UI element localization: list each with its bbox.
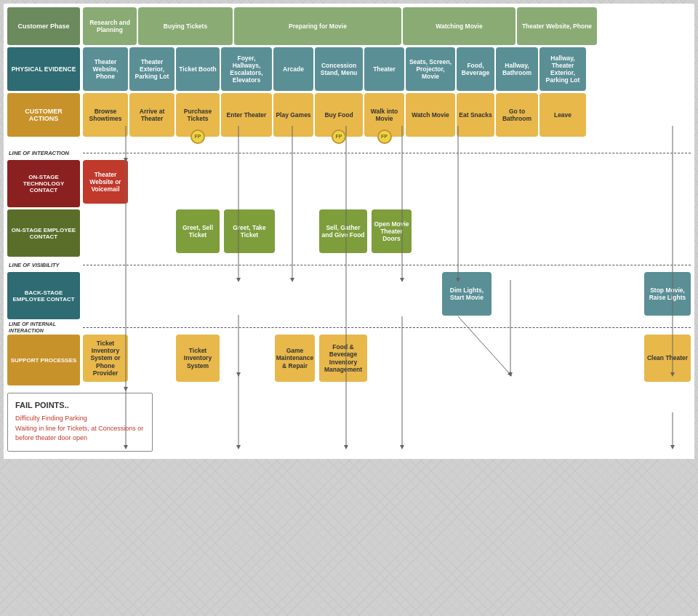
legend-box: FAIL POINTS.. Difficulty Finding Parking… <box>7 393 153 452</box>
action-walk: Walk into Movie FP <box>364 93 404 137</box>
evidence-booth: Ticket Booth <box>176 47 220 91</box>
customer-actions-label: CUSTOMER ACTIONS <box>7 93 80 137</box>
evidence-food: Food, Beverage <box>457 47 494 91</box>
action-eat: Eat Snacks <box>457 93 494 137</box>
support-ticket-inventory: Ticket Inventory System or Phone Provide… <box>83 335 128 382</box>
line-of-internal-label: LINE OF INTERNAL INTERACTION <box>7 321 83 334</box>
line-of-visibility-label: LINE OF VISIBILITY <box>7 262 83 268</box>
evidence-hallway: Hallway, Bathroom <box>496 47 538 91</box>
line-of-interaction: LINE OF INTERACTION <box>7 147 691 159</box>
action-bathroom: Go to Bathroom <box>496 93 538 137</box>
backstage-stop-movie: Stop Movie, Raise Lights <box>644 272 691 316</box>
action-browse: Browse Showtimes <box>83 93 128 137</box>
action-watch: Watch Movie <box>406 93 455 137</box>
customer-actions-row: CUSTOMER ACTIONS Browse Showtimes Arrive… <box>7 93 691 137</box>
evidence-arcade: Arcade <box>273 47 313 91</box>
action-leave: Leave <box>539 93 586 137</box>
support-clean-theater: Clean Theater <box>644 335 691 382</box>
support-food-beverage: Food & Beverage Inventory Management <box>319 335 367 382</box>
employee-greet-sell: Greet, Sell Ticket <box>176 209 220 253</box>
support-row: SUPPORT PROCESSES Ticket Inventory Syste… <box>7 335 691 385</box>
line-of-interaction-label: LINE OF INTERACTION <box>7 150 83 156</box>
action-arrive: Arrive at Theater <box>129 93 174 137</box>
backstage-label: BACK-STAGE EMPLOYEE CONTACT <box>7 272 80 319</box>
action-enter: Enter Theater <box>221 93 272 137</box>
phase-research: Research and Planning <box>83 7 137 45</box>
fp-badge-purchase: FP <box>190 129 205 144</box>
employee-greet-take: Greet, Take Ticket <box>224 209 275 253</box>
evidence-exterior: Theater Exterior, Parking Lot <box>129 47 174 91</box>
support-game-maintenance: Game Maintenance & Repair <box>275 335 315 382</box>
tech-website: Theater Website or Voicemail <box>83 160 128 204</box>
evidence-foyer: Foyer, Hallways, Escalators, Elevators <box>221 47 272 91</box>
evidence-concession: Concession Stand, Menu <box>315 47 363 91</box>
support-label: SUPPORT PROCESSES <box>7 335 80 385</box>
visibility-divider <box>83 265 691 265</box>
line-of-internal-interaction: LINE OF INTERNAL INTERACTION <box>7 321 691 333</box>
action-buy-food: Buy Food FP <box>315 93 363 137</box>
evidence-seats: Seats, Screen, Projector, Movie <box>406 47 455 91</box>
phase-watching: Watching Movie <box>403 7 516 45</box>
interaction-divider <box>83 153 691 153</box>
evidence-hallway2: Hallway, Theater Exterior, Parking Lot <box>539 47 586 91</box>
employee-sell-food: Sell, Gather and Give Food <box>319 209 367 253</box>
phase-website: Theater Website, Phone <box>517 7 597 45</box>
employee-label: ON-STAGE EMPLOYEE CONTACT <box>7 209 80 257</box>
phase-preparing: Preparing for Movie <box>234 7 401 45</box>
fp-badge-food: FP <box>332 129 346 144</box>
legend-title: FAIL POINTS.. <box>15 401 145 409</box>
legend-item-1: Difficulty Finding Parking Waiting in li… <box>15 414 145 444</box>
action-play: Play Games <box>273 93 313 137</box>
physical-evidence-label: PHYSICAL EVIDENCE <box>7 47 80 91</box>
phase-row: Customer Phase Research and Planning Buy… <box>7 7 691 45</box>
tech-row: ON-STAGE TECHNOLOGY CONTACT Theater Webs… <box>7 160 691 207</box>
phase-buying: Buying Tickets <box>138 7 233 45</box>
evidence-website: Theater Website, Phone <box>83 47 128 91</box>
internal-divider <box>83 327 691 328</box>
physical-evidence-row: PHYSICAL EVIDENCE Theater Website, Phone… <box>7 47 691 91</box>
evidence-theater: Theater <box>364 47 404 91</box>
line-of-visibility: LINE OF VISIBILITY <box>7 259 691 271</box>
action-purchase: Purchase Tickets FP <box>176 93 220 137</box>
backstage-row: BACK-STAGE EMPLOYEE CONTACT Dim Lights, … <box>7 272 691 319</box>
customer-phase-label: Customer Phase <box>7 7 80 45</box>
employee-row: ON-STAGE EMPLOYEE CONTACT Greet, Sell Ti… <box>7 209 691 257</box>
backstage-dim-lights: Dim Lights, Start Movie <box>442 272 492 316</box>
support-ticket-system: Ticket Inventory System <box>176 335 220 382</box>
fp-badge-walk: FP <box>377 129 392 144</box>
employee-open-doors: Open Movie Theater Doors <box>372 209 412 253</box>
tech-label: ON-STAGE TECHNOLOGY CONTACT <box>7 160 80 207</box>
